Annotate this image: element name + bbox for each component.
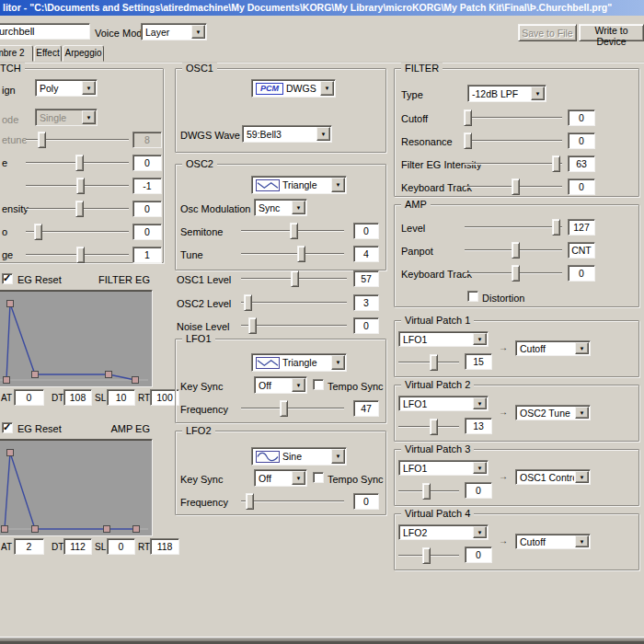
bend-range-value[interactable]: 1 [132,247,162,263]
vp4-source-select[interactable]: LFO2 ▼ [398,524,489,540]
osc2-tune-slider[interactable] [241,246,344,262]
semitone-slider[interactable] [241,223,344,239]
tab-effect[interactable]: Effect [34,45,62,62]
tune-value[interactable]: -1 [132,178,162,194]
lfo2-tempo-sync-checkbox[interactable] [313,472,324,483]
slider-thumb[interactable] [464,132,472,149]
vp1-source-select[interactable]: LFO1 ▼ [398,331,489,347]
amp-keyboard-track-slider[interactable] [465,265,562,282]
detune-value[interactable]: 8 [132,132,162,148]
chevron-down-icon[interactable]: ▼ [82,110,96,124]
amp-eg-release-value[interactable]: 118 [150,538,179,555]
slider-thumb[interactable] [552,155,560,172]
amp-eg-attack-value[interactable]: 2 [14,538,44,555]
vp4-target-select[interactable]: Cutoff ▼ [515,534,591,549]
lfo1-frequency-value[interactable]: 47 [353,400,379,417]
osc1-level-slider[interactable] [241,270,347,287]
osc-modulation-select[interactable]: Sync ▼ [254,199,307,216]
chevron-down-icon[interactable]: ▼ [473,526,487,538]
filter-eg-sustain-value[interactable]: 10 [107,389,135,406]
osc2-level-slider[interactable] [241,294,347,311]
lfo1-wave-select[interactable]: Triangle ▼ [251,353,347,372]
chevron-down-icon[interactable]: ▼ [316,127,330,141]
cutoff-slider[interactable] [465,109,562,126]
vp3-target-select[interactable]: OSC1 Control 1 ▼ [515,469,591,485]
filter-eg-decay-value[interactable]: 108 [63,389,92,406]
voice-mode-select[interactable]: Layer ▼ [141,23,207,40]
distortion-checkbox[interactable] [467,291,478,302]
slider-thumb[interactable] [38,132,46,148]
panpot-slider[interactable] [465,242,562,259]
slider-thumb[interactable] [512,178,520,195]
slider-thumb[interactable] [464,109,472,126]
slider-thumb[interactable] [512,242,520,259]
tab-arpeggio[interactable]: Arpeggio [63,45,104,62]
slider-thumb[interactable] [430,419,438,435]
vp3-intensity-slider[interactable] [398,483,459,500]
slider-thumb[interactable] [75,155,84,171]
osc2-tune-value[interactable]: 4 [353,246,379,262]
vp4-intensity-value[interactable]: 0 [465,546,492,563]
slider-thumb[interactable] [512,265,520,282]
bend-range-slider[interactable] [26,247,129,263]
chevron-down-icon[interactable]: ▼ [292,471,305,485]
slider-thumb[interactable] [76,247,85,263]
filter-eg-intensity-slider[interactable] [465,155,562,172]
slider-thumb[interactable] [248,317,257,334]
transpose-slider[interactable] [26,155,129,171]
vp2-intensity-slider[interactable] [398,419,459,435]
osc2-wave-select[interactable]: Triangle ▼ [251,176,347,194]
portamento-value[interactable]: 0 [132,224,162,240]
save-to-file-button[interactable]: Save to File [518,24,577,41]
amp-level-value[interactable]: 127 [568,219,595,236]
noise-level-slider[interactable] [241,317,347,334]
lfo2-frequency-slider[interactable] [241,493,344,510]
vp1-intensity-slider[interactable] [398,354,459,371]
noise-level-value[interactable]: 0 [353,317,379,334]
resonance-slider[interactable] [465,132,562,149]
cutoff-value[interactable]: 0 [568,109,595,126]
patch-name-input[interactable] [0,23,90,40]
slider-thumb[interactable] [246,493,254,510]
slider-thumb[interactable] [297,246,305,262]
filter-eg-reset-checkbox[interactable]: ✓ [2,273,13,284]
filter-eg-envelope-graph[interactable] [0,290,153,387]
detune-slider[interactable] [26,132,129,148]
transpose-value[interactable]: 0 [132,155,162,171]
amp-level-slider[interactable] [465,219,562,236]
slider-thumb[interactable] [280,400,288,417]
slider-thumb[interactable] [244,294,252,311]
filter-eg-attack-value[interactable]: 0 [14,389,44,406]
amp-eg-envelope-graph[interactable] [0,439,153,536]
lfo2-wave-select[interactable]: Sine ▼ [251,447,347,466]
vibrato-intensity-value[interactable]: 0 [132,201,162,217]
chevron-down-icon[interactable]: ▼ [473,462,487,474]
assign-select[interactable]: Poly ▼ [35,79,98,97]
amp-eg-sustain-value[interactable]: 0 [107,538,135,555]
slider-thumb[interactable] [430,354,438,371]
resonance-value[interactable]: 0 [568,132,595,149]
tune-slider[interactable] [26,178,129,194]
vp3-intensity-value[interactable]: 0 [465,482,492,499]
slider-thumb[interactable] [552,219,560,236]
chevron-down-icon[interactable]: ▼ [292,201,305,214]
chevron-down-icon[interactable]: ▼ [575,471,589,483]
slider-thumb[interactable] [34,224,42,240]
amp-eg-reset-checkbox[interactable]: ✓ [2,422,13,433]
vp1-intensity-value[interactable]: 15 [465,353,492,370]
amp-eg-decay-value[interactable]: 112 [63,538,92,555]
chevron-down-icon[interactable]: ▼ [191,25,205,39]
slider-thumb[interactable] [422,483,431,500]
panpot-value[interactable]: CNT [568,242,595,259]
chevron-down-icon[interactable]: ▼ [575,535,589,547]
slider-thumb[interactable] [75,201,84,217]
filter-eg-intensity-value[interactable]: 63 [568,155,595,172]
chevron-down-icon[interactable]: ▼ [82,81,96,95]
filter-keyboard-track-slider[interactable] [465,178,562,195]
vp3-source-select[interactable]: LFO1 ▼ [398,460,489,476]
chevron-down-icon[interactable]: ▼ [320,81,334,96]
chevron-down-icon[interactable]: ▼ [331,178,345,192]
chevron-down-icon[interactable]: ▼ [575,407,589,419]
chevron-down-icon[interactable]: ▼ [331,449,345,464]
semitone-value[interactable]: 0 [353,223,379,239]
